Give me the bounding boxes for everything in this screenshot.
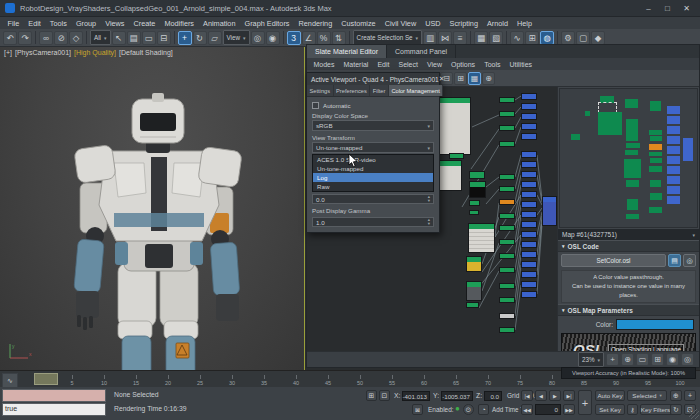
previous-frame-icon[interactable]: ◀ [535, 390, 547, 401]
schematic-view-icon[interactable]: ⊞ [525, 31, 539, 45]
material-node[interactable] [499, 225, 515, 231]
spinner-arrows-icon[interactable]: ▴▾ [428, 218, 430, 226]
orbit-icon[interactable]: ↻ [670, 404, 682, 415]
camera-viewport[interactable]: [+] [PhysCamera001] [High Quality] [Defa… [0, 47, 305, 370]
sme-zoom-region-icon[interactable]: ▭ [636, 353, 649, 366]
exposure-value-spinner[interactable]: 0.0 ▴▾ [312, 194, 434, 204]
use-pivot-center-icon[interactable]: ◎ [251, 31, 265, 45]
material-node[interactable] [499, 174, 515, 180]
selection-lock-icon[interactable]: ⊡ [379, 390, 390, 401]
go-to-end-icon[interactable]: ▶| [563, 390, 575, 401]
material-node[interactable] [521, 261, 537, 268]
dialog-close-icon[interactable]: ✕ [439, 75, 445, 83]
render-setup-icon[interactable]: ⚙ [561, 31, 575, 45]
dropdown-option-log[interactable]: Log [313, 173, 433, 182]
material-node[interactable] [499, 267, 515, 273]
x-coordinate-field[interactable]: -401.013 [402, 391, 430, 401]
material-node[interactable] [499, 283, 515, 289]
material-node[interactable] [521, 221, 537, 228]
reference-coordinate-dropdown[interactable]: View▾ [223, 30, 250, 45]
select-and-move-icon[interactable]: + [178, 31, 192, 45]
material-editor-icon[interactable]: ◍ [540, 31, 554, 45]
unlink-selection-icon[interactable]: ⊘ [54, 31, 68, 45]
dialog-tab-filter[interactable]: Filter [370, 85, 389, 96]
material-node[interactable] [499, 213, 515, 219]
maxscript-mini-listener-white[interactable]: true [2, 403, 106, 416]
material-node[interactable] [469, 181, 486, 198]
osl-file-button[interactable]: SetColor.osl [561, 254, 666, 267]
menu-rendering[interactable]: Rendering [294, 19, 337, 28]
material-node[interactable] [499, 239, 515, 245]
menu-scripting[interactable]: Scripting [445, 19, 482, 28]
key-mode-icon[interactable]: ⚷ [627, 404, 638, 415]
menu-graph-editors[interactable]: Graph Editors [240, 19, 294, 28]
menu-help[interactable]: Help [513, 19, 537, 28]
sme-menu-select[interactable]: Select [394, 61, 422, 68]
material-node[interactable] [521, 211, 537, 218]
curve-editor-icon[interactable]: ∿ [510, 31, 524, 45]
menu-views[interactable]: Views [101, 19, 129, 28]
rectangular-selection-icon[interactable]: ▭ [142, 31, 156, 45]
angle-snap-icon[interactable]: ∠ [302, 31, 316, 45]
menu-customize[interactable]: Customize [337, 19, 380, 28]
material-node[interactable] [521, 113, 537, 120]
maxscript-mini-listener-pink[interactable] [2, 389, 106, 402]
automatic-checkbox-row[interactable]: Automatic [312, 100, 434, 111]
sme-layout-all-icon[interactable]: ▦ [468, 72, 481, 85]
material-node[interactable] [449, 153, 464, 159]
current-frame-field[interactable]: 0 [535, 404, 561, 415]
spinner-arrows-icon[interactable]: ▴▾ [428, 195, 430, 203]
menu-usd[interactable]: USD [421, 19, 445, 28]
maximize-button[interactable]: □ [659, 2, 676, 15]
dropdown-option-aces-1-0-sdr-video[interactable]: ACES 1.0 SDR-video [313, 155, 433, 164]
set-key-button[interactable]: Set Key [595, 404, 625, 415]
render-production-icon[interactable]: ◆ [591, 31, 605, 45]
browse-osl-icon[interactable]: ◎ [683, 254, 696, 267]
dialog-tab-settings[interactable]: Settings [307, 85, 334, 96]
material-node[interactable] [521, 291, 537, 298]
material-node[interactable] [521, 181, 537, 188]
material-node[interactable] [521, 161, 537, 168]
material-node[interactable] [521, 281, 537, 288]
layer-explorer-icon[interactable]: ▧ [489, 31, 503, 45]
automatic-checkbox[interactable] [312, 102, 319, 109]
material-node[interactable] [521, 231, 537, 238]
select-by-name-icon[interactable]: ▤ [127, 31, 141, 45]
material-node[interactable] [466, 281, 482, 301]
sme-zoom-selected-icon[interactable]: ◉ [666, 353, 679, 366]
viewport-quality-label[interactable]: [High Quality] [74, 49, 116, 56]
z-coordinate-field[interactable]: 0.0 [484, 391, 502, 401]
dialog-tab-preferences[interactable]: Preferences [334, 85, 371, 96]
menu-tools[interactable]: Tools [45, 19, 71, 28]
undo-icon[interactable]: ↶ [3, 31, 17, 45]
resize-grip[interactable] [689, 409, 699, 419]
material-node[interactable] [469, 171, 485, 179]
sme-pan-icon[interactable]: + [606, 353, 619, 366]
sme-menu-edit[interactable]: Edit [373, 61, 394, 68]
scene-explorer-icon[interactable]: ▦ [474, 31, 488, 45]
viewport-camera-label[interactable]: [PhysCamera001] [15, 49, 71, 56]
display-color-space-dropdown[interactable]: sRGB ▾ [312, 120, 434, 131]
menu-civil-view[interactable]: Civil View [380, 19, 421, 28]
material-node[interactable] [499, 297, 515, 303]
window-crossing-icon[interactable]: ⊟ [157, 31, 171, 45]
auto-key-button[interactable]: Auto Key [595, 390, 625, 401]
select-and-rotate-icon[interactable]: ↻ [193, 31, 207, 45]
menu-animation[interactable]: Animation [199, 19, 240, 28]
align-icon[interactable]: ≡ [453, 31, 467, 45]
material-node[interactable] [499, 199, 515, 205]
bind-to-spacewarp-icon[interactable]: ◇ [69, 31, 83, 45]
sme-zoom-icon[interactable]: ⊕ [621, 353, 634, 366]
robot-model[interactable] [14, 93, 294, 370]
material-node[interactable] [542, 196, 557, 226]
chevron-down-icon[interactable]: ▾ [692, 232, 695, 238]
osl-code-rollout[interactable]: ▾ OSL Code [558, 240, 699, 252]
create-key-button[interactable]: + [578, 390, 592, 415]
view-transform-dropdown[interactable]: Un-tone-mapped ▾ [312, 142, 434, 153]
sme-menu-view[interactable]: View [422, 61, 446, 68]
material-node[interactable] [499, 97, 515, 103]
material-node[interactable] [521, 171, 537, 178]
select-object-icon[interactable]: ↖ [112, 31, 126, 45]
close-button[interactable]: ✕ [678, 2, 695, 15]
sme-zoom-extents-icon[interactable]: ⊕ [482, 72, 495, 85]
